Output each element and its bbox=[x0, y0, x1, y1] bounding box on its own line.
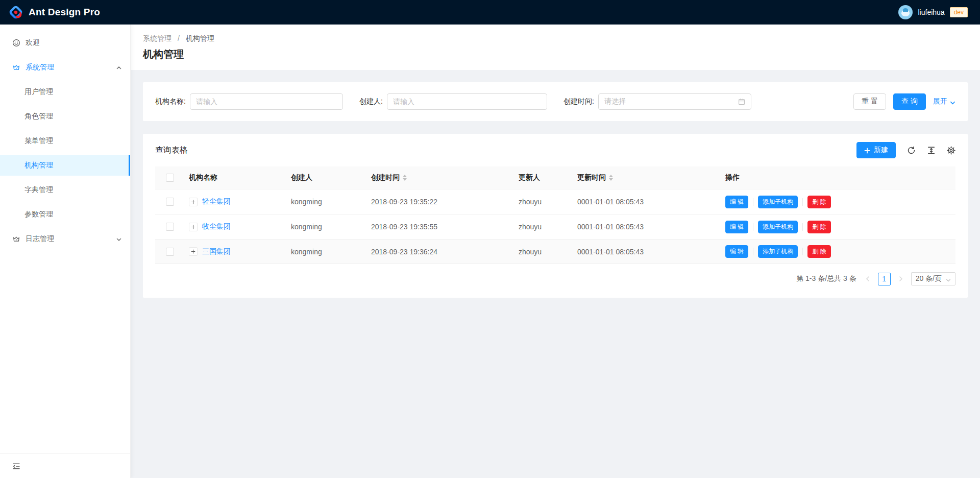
menu-fold-icon[interactable] bbox=[12, 462, 20, 470]
col-header-update-time[interactable]: 更新时间 bbox=[573, 173, 721, 182]
select-all-checkbox[interactable] bbox=[166, 174, 174, 182]
col-header-create-time[interactable]: 创建时间 bbox=[366, 173, 514, 182]
delete-button[interactable]: 删 除 bbox=[807, 221, 830, 233]
search-button[interactable]: 查 询 bbox=[893, 93, 926, 110]
sidebar-item-label: 欢迎 bbox=[26, 38, 40, 47]
row-select-cell bbox=[155, 223, 184, 231]
page-header: 系统管理 / 机构管理 机构管理 bbox=[131, 25, 980, 70]
pagination-prev-icon[interactable] bbox=[862, 273, 874, 285]
reload-icon[interactable] bbox=[907, 146, 916, 155]
content-area: 机构名称: 创建人: 创建时间: 请选择 bbox=[131, 70, 980, 310]
cell-text: 2018-09-23 19:35:55 bbox=[371, 223, 437, 231]
sidebar-item-menu-mgmt[interactable]: 菜单管理 bbox=[0, 131, 130, 151]
cell-text: zhouyu bbox=[519, 248, 542, 256]
create-time-placeholder: 请选择 bbox=[604, 97, 738, 106]
row-checkbox[interactable] bbox=[166, 223, 174, 231]
reset-button[interactable]: 重 置 bbox=[853, 93, 886, 110]
calendar-icon bbox=[738, 98, 745, 105]
row-name-cell: 轻尘集团 bbox=[184, 197, 286, 206]
col-header-label: 机构名称 bbox=[189, 173, 217, 182]
ant-design-logo-icon bbox=[8, 5, 23, 20]
cell-text: kongming bbox=[291, 223, 322, 231]
expand-row-icon[interactable] bbox=[189, 198, 198, 206]
chevron-down-icon bbox=[116, 236, 122, 242]
crown-icon bbox=[12, 235, 20, 243]
col-header-label: 操作 bbox=[725, 173, 740, 182]
cell-text: zhouyu bbox=[519, 198, 542, 206]
sidebar-item-label: 参数管理 bbox=[24, 210, 53, 219]
cell-text: 2018-09-23 19:35:22 bbox=[371, 198, 437, 206]
chevron-up-icon bbox=[116, 64, 122, 70]
sort-carets-icon[interactable] bbox=[609, 175, 613, 181]
crown-icon bbox=[12, 63, 20, 71]
page-size-select[interactable]: 20 条/页 bbox=[911, 272, 955, 285]
vertical-divider bbox=[802, 198, 803, 206]
user-avatar[interactable] bbox=[898, 5, 913, 19]
pagination-page-1[interactable]: 1 bbox=[878, 273, 891, 285]
pagination-total: 第 1-3 条/总共 3 条 bbox=[796, 274, 856, 283]
row-checkbox[interactable] bbox=[166, 248, 174, 256]
update-time-cell: 0001-01-01 08:05:43 bbox=[573, 223, 721, 231]
org-name-link[interactable]: 轻尘集团 bbox=[202, 197, 231, 206]
updater-cell: zhouyu bbox=[514, 198, 573, 206]
org-name-input[interactable] bbox=[190, 93, 343, 110]
col-header-label: 创建人 bbox=[291, 173, 312, 182]
add-child-org-button[interactable]: 添加子机构 bbox=[758, 221, 798, 233]
add-child-org-button[interactable]: 添加子机构 bbox=[758, 196, 798, 208]
sidebar-item-log-mgmt[interactable]: 日志管理 bbox=[0, 229, 130, 249]
cell-text: kongming bbox=[291, 248, 322, 256]
pagination-next-icon[interactable] bbox=[895, 273, 907, 285]
expand-row-icon[interactable] bbox=[189, 223, 198, 231]
sidebar-item-system[interactable]: 系统管理 bbox=[0, 57, 130, 78]
add-child-org-button[interactable]: 添加子机构 bbox=[758, 245, 798, 258]
topbar-user-area[interactable]: liufeihua dev bbox=[898, 5, 968, 19]
edit-button[interactable]: 编 辑 bbox=[725, 196, 748, 208]
creator-input[interactable] bbox=[387, 93, 547, 110]
table-toolbar: 查询表格 新建 bbox=[143, 134, 968, 166]
actions-cell: 编 辑 添加子机构 删 除 bbox=[721, 196, 955, 208]
env-tag: dev bbox=[950, 7, 968, 17]
sidebar-item-param-mgmt[interactable]: 参数管理 bbox=[0, 204, 130, 225]
create-time-cell: 2018-09-23 19:36:24 bbox=[366, 248, 514, 256]
sidebar-item-org-mgmt[interactable]: 机构管理 bbox=[0, 155, 130, 176]
table-title: 查询表格 bbox=[155, 145, 188, 156]
filter-actions: 重 置 查 询 展开 bbox=[768, 93, 955, 110]
sidebar-item-welcome[interactable]: 欢迎 bbox=[0, 33, 130, 53]
username-label: liufeihua bbox=[918, 8, 944, 16]
sidebar-item-dict-mgmt[interactable]: 字典管理 bbox=[0, 180, 130, 200]
delete-button[interactable]: 删 除 bbox=[807, 196, 830, 208]
new-button[interactable]: 新建 bbox=[856, 142, 896, 158]
org-name-link[interactable]: 牧尘集团 bbox=[202, 222, 231, 231]
org-name-link[interactable]: 三国集团 bbox=[202, 247, 231, 256]
settings-gear-icon[interactable] bbox=[947, 146, 955, 155]
breadcrumb-item-org: 机构管理 bbox=[186, 34, 214, 42]
creator-cell: kongming bbox=[286, 248, 366, 256]
new-button-label: 新建 bbox=[874, 146, 888, 155]
edit-button[interactable]: 编 辑 bbox=[725, 221, 748, 233]
row-name-cell: 牧尘集团 bbox=[184, 222, 286, 231]
sidebar-item-user-mgmt[interactable]: 用户管理 bbox=[0, 82, 130, 102]
creator-label: 创建人: bbox=[359, 97, 383, 106]
edit-button[interactable]: 编 辑 bbox=[725, 245, 748, 258]
create-time-datepicker[interactable]: 请选择 bbox=[598, 93, 751, 110]
sort-carets-icon[interactable] bbox=[403, 175, 407, 181]
cell-text: 2018-09-23 19:36:24 bbox=[371, 248, 437, 256]
row-checkbox[interactable] bbox=[166, 198, 174, 206]
cell-text: 0001-01-01 08:05:43 bbox=[577, 248, 644, 256]
sidebar-item-role-mgmt[interactable]: 角色管理 bbox=[0, 106, 130, 127]
search-filter-card: 机构名称: 创建人: 创建时间: 请选择 bbox=[143, 82, 968, 121]
sidebar-menu: 欢迎 系统管理 用户管理 bbox=[0, 25, 130, 453]
sidebar-item-label: 角色管理 bbox=[24, 112, 53, 121]
expand-row-icon[interactable] bbox=[189, 247, 198, 256]
update-time-cell: 0001-01-01 08:05:43 bbox=[573, 248, 721, 256]
query-table-card: 查询表格 新建 bbox=[143, 134, 968, 298]
delete-button[interactable]: 删 除 bbox=[807, 245, 830, 258]
breadcrumb-item-system: 系统管理 bbox=[143, 34, 172, 42]
brand-logo-link[interactable]: Ant Design Pro bbox=[8, 5, 100, 20]
pagination: 第 1-3 条/总共 3 条 1 20 条/页 bbox=[143, 264, 968, 294]
expand-link[interactable]: 展开 bbox=[933, 97, 955, 106]
column-height-icon[interactable] bbox=[927, 146, 936, 155]
sidebar-item-label: 菜单管理 bbox=[24, 136, 53, 146]
select-all-cell bbox=[155, 174, 184, 182]
main-content: 系统管理 / 机构管理 机构管理 机构名称: 创建人: 创建时间: bbox=[131, 25, 980, 478]
